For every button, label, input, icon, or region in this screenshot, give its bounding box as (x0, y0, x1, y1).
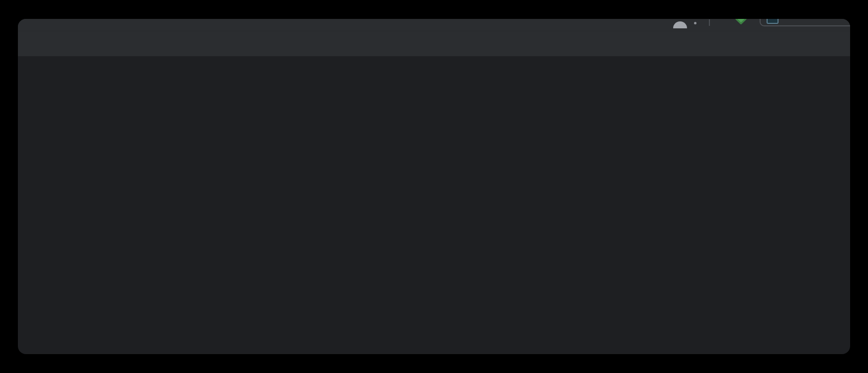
ide-window (18, 19, 850, 354)
avatar-dropdown-icon (694, 22, 696, 24)
title-bar (18, 19, 850, 31)
user-avatar-icon[interactable] (673, 21, 687, 28)
titlebar-divider (709, 19, 710, 26)
code-editor[interactable] (18, 56, 850, 354)
run-configuration-widget[interactable] (760, 19, 850, 26)
editor-tab-bar (18, 31, 850, 56)
status-diamond-icon[interactable] (735, 19, 747, 25)
run-target-icon (767, 19, 779, 24)
